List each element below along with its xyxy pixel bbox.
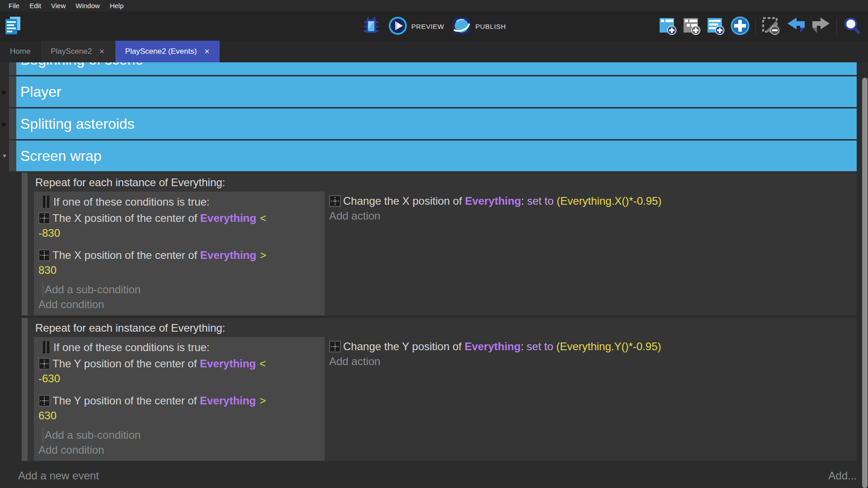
close-icon[interactable]: ✕: [204, 47, 210, 56]
condition-row[interactable]: The Y position of the center of Everythi…: [34, 393, 325, 423]
condition-text: The Y position of the center of: [52, 394, 200, 407]
group-grip[interactable]: [9, 76, 16, 107]
group-title[interactable]: Screen wrap: [16, 141, 857, 171]
operator: <: [259, 357, 266, 370]
action-row[interactable]: Change the Y position of Everything: set…: [329, 339, 857, 354]
separator-text: :: [521, 340, 527, 352]
add-comment-button[interactable]: [707, 16, 725, 37]
object-name: Everything: [465, 340, 521, 352]
group-title[interactable]: Beginning of scene: [16, 62, 857, 75]
repeat-label[interactable]: Repeat for each instance of Everything:: [28, 173, 857, 192]
condition-value: -830: [38, 225, 321, 240]
event-grip[interactable]: [22, 318, 28, 461]
publish-button[interactable]: PUBLISH: [452, 16, 506, 37]
add-sub-condition-button[interactable]: Add a sub-condition: [42, 427, 325, 442]
add-condition-button[interactable]: Add condition: [34, 297, 325, 312]
toolbar-separator: [755, 18, 756, 36]
tab-bar: Home PlayScene2 ✕ PlayScene2 (Events) ✕: [0, 41, 868, 62]
repeat-label[interactable]: Repeat for each instance of Everything:: [28, 318, 857, 337]
position-icon: [38, 212, 50, 224]
condition-row[interactable]: The X position of the center of Everythi…: [34, 211, 325, 240]
event-group-player[interactable]: ▶ Player: [0, 76, 857, 107]
debugger-button[interactable]: [362, 15, 380, 38]
position-icon: [329, 341, 341, 352]
menu-view[interactable]: View: [46, 0, 71, 12]
operator: >: [259, 394, 266, 407]
condition-row[interactable]: The Y position of the center of Everythi…: [34, 356, 325, 386]
add-condition-button[interactable]: Add condition: [34, 442, 325, 457]
condition-text: The X position of the center of: [52, 249, 200, 261]
menu-edit[interactable]: Edit: [24, 0, 46, 12]
expand-arrow-icon[interactable]: ▼: [0, 141, 9, 171]
add-new-event-button[interactable]: Add a new event: [18, 468, 99, 483]
group-grip[interactable]: [9, 141, 16, 171]
add-circle-icon: [731, 16, 750, 37]
add-sub-event-button[interactable]: [683, 16, 701, 37]
or-condition-row[interactable]: If one of these conditions is true:: [34, 192, 325, 209]
action-value: (Everything.Y()*-0.95): [556, 340, 661, 352]
add-sub-condition-button[interactable]: Add a sub-condition: [42, 282, 325, 297]
conditions-block: If one of these conditions is true: The …: [34, 337, 325, 461]
toolbar: PREVIEW PUBLISH: [0, 12, 868, 41]
undo-button[interactable]: [787, 17, 806, 37]
operator: <: [260, 212, 266, 224]
condition-row[interactable]: The X position of the center of Everythi…: [34, 248, 325, 277]
close-icon[interactable]: ✕: [99, 47, 105, 56]
operator: >: [260, 249, 266, 261]
group-grip[interactable]: [9, 62, 16, 75]
event-group-screen-wrap[interactable]: ▼ Screen wrap: [0, 141, 857, 171]
position-icon: [38, 358, 50, 370]
tab-playscene2-events[interactable]: PlayScene2 (Events) ✕: [115, 41, 220, 62]
event-sheet: ▶ Beginning of scene ▶ Player ▶ Splittin…: [0, 62, 868, 488]
delete-selection-icon: [762, 16, 781, 37]
action-value: (Everything.X()*-0.95): [557, 195, 661, 207]
add-action-button[interactable]: Add action: [329, 354, 857, 369]
project-manager-icon: [5, 16, 22, 38]
event-group-beginning-of-scene[interactable]: ▶ Beginning of scene: [0, 62, 857, 75]
group-title[interactable]: Splitting asteroids: [16, 108, 857, 139]
position-icon: [329, 195, 341, 207]
add-action-button[interactable]: Add action: [329, 208, 857, 223]
tab-label: PlayScene2: [51, 47, 92, 56]
object-name: Everything: [465, 195, 521, 207]
search-button[interactable]: [843, 16, 862, 37]
repeat-event-x: Repeat for each instance of Everything: …: [22, 173, 857, 315]
add-circle-button[interactable]: [731, 16, 750, 37]
event-grip[interactable]: [22, 173, 28, 315]
redo-icon: [811, 17, 830, 37]
action-verb: set to: [527, 340, 556, 352]
collapse-arrow-icon[interactable]: ▶: [0, 108, 9, 139]
menu-help[interactable]: Help: [105, 0, 129, 12]
actions-block: Change the Y position of Everything: set…: [329, 337, 857, 369]
actions-block: Change the X position of Everything: set…: [329, 192, 857, 223]
delete-selection-button[interactable]: [762, 16, 781, 37]
object-name: Everything: [200, 249, 256, 261]
or-condition-row[interactable]: If one of these conditions is true:: [34, 337, 325, 355]
object-name: Everything: [200, 394, 256, 407]
condition-value: 830: [38, 263, 321, 277]
collapse-arrow-icon[interactable]: ▶: [0, 76, 9, 107]
project-manager-button[interactable]: [5, 16, 22, 38]
tab-home[interactable]: Home: [0, 41, 41, 62]
preview-label: PREVIEW: [411, 23, 444, 30]
action-row[interactable]: Change the X position of Everything: set…: [329, 193, 857, 208]
or-label: If one of these conditions is true:: [53, 340, 210, 355]
preview-button[interactable]: PREVIEW: [388, 16, 444, 37]
menu-window[interactable]: Window: [71, 0, 104, 12]
action-verb: set to: [527, 195, 557, 207]
condition-value: -630: [38, 371, 321, 386]
redo-button[interactable]: [811, 17, 830, 37]
event-group-splitting-asteroids[interactable]: ▶ Splitting asteroids: [0, 108, 857, 139]
tab-playscene2[interactable]: PlayScene2 ✕: [41, 41, 115, 62]
vertical-scrollbar: [862, 62, 868, 488]
add-event-button[interactable]: [659, 16, 677, 37]
collapse-arrow-icon[interactable]: ▶: [0, 62, 9, 75]
conditions-block: If one of these conditions is true: The …: [34, 192, 325, 315]
object-name: Everything: [200, 212, 256, 224]
add-more-button[interactable]: Add...: [828, 468, 857, 483]
scrollbar-thumb[interactable]: [862, 78, 868, 488]
group-title[interactable]: Player: [16, 76, 857, 107]
group-grip[interactable]: [9, 108, 16, 139]
add-sub-event-icon: [683, 16, 701, 37]
menu-file[interactable]: File: [4, 0, 24, 12]
